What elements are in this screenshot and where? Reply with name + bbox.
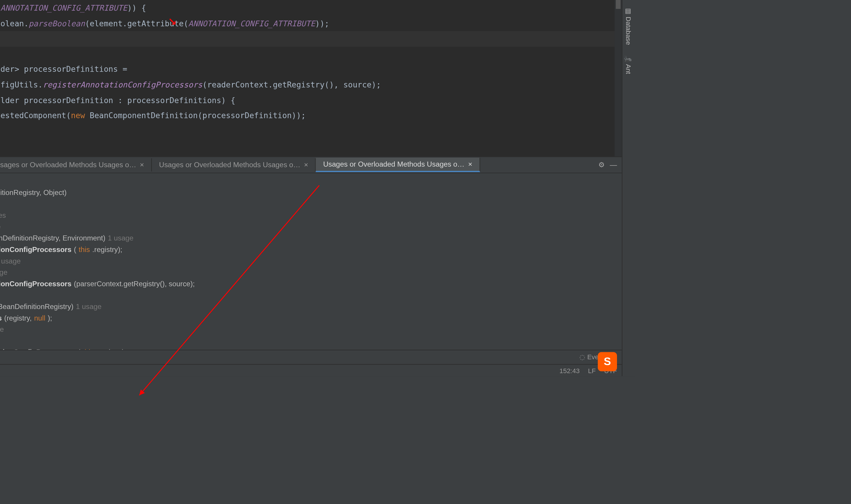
- editor-scrollbar[interactable]: [615, 0, 622, 156]
- tool-ant[interactable]: 🐜 Ant: [623, 50, 634, 79]
- code-area[interactable]: // Register annotation config processors…: [0, 0, 622, 156]
- line-sep[interactable]: LF: [588, 367, 596, 374]
- code-editor[interactable]: 145146147148149150151152153154155156 ⊟ ⊏…: [0, 0, 622, 156]
- usages-tree[interactable]: ▼Methodm ⇣ registerAnnotationConfigProce…: [0, 173, 622, 349]
- caret-pos: 152:43: [559, 367, 579, 374]
- tool-restful[interactable]: ◉ RestfulTool: [623, 0, 634, 2]
- right-tool-gutter: m Maven ◉ RestfulTool ▤ Database 🐜 Ant: [622, 0, 635, 376]
- gear-icon[interactable]: ⚙: [598, 161, 605, 169]
- hide-icon[interactable]: —: [610, 161, 617, 169]
- statusbar-2: ▭ 152:43 LF UTF: [0, 364, 622, 376]
- find-header: Find: Usages of registerAnnotationConfig…: [0, 156, 622, 173]
- ime-badge-icon: S: [598, 352, 617, 371]
- find-tab-1[interactable]: Usages or Overloaded Methods Usages o…×: [0, 158, 152, 172]
- statusbar: ⎇ 9: Git 🔍 3: Find ≡ 6: TODO ✿ Spring ▣ …: [0, 350, 622, 364]
- tool-database[interactable]: ▤ Database: [623, 2, 634, 50]
- find-tab-2[interactable]: Usages or Overloaded Methods Usages o…×: [152, 158, 316, 172]
- find-panel: ⟳▶ ↑ ↓ ⊞ ↩ ◯ ⓘ ⇅ ⇵ ▭ ⇲ ▼Methodm ⇣ regist…: [0, 173, 622, 349]
- find-tab-3[interactable]: Usages or Overloaded Methods Usages o…×: [316, 158, 480, 172]
